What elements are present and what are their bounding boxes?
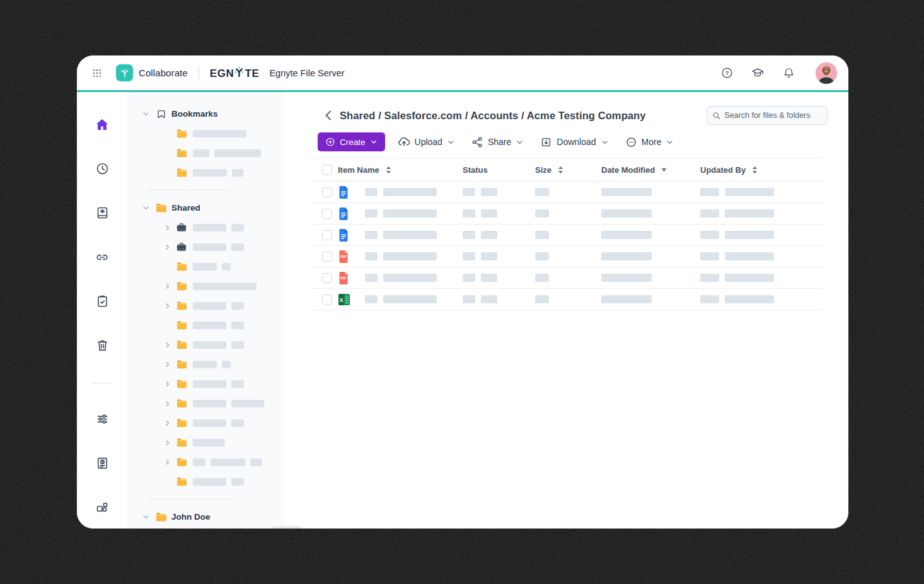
more-button[interactable]: More xyxy=(621,132,678,151)
skeleton-bar xyxy=(535,188,549,196)
table-row[interactable] xyxy=(311,203,824,225)
chevron-right-icon[interactable] xyxy=(163,458,173,467)
row-checkbox[interactable] xyxy=(322,187,332,197)
upload-button[interactable]: Upload xyxy=(394,132,459,151)
breadcrumb[interactable]: Shared / Salesforce.com / Accounts / Acm… xyxy=(340,110,646,122)
tree-item[interactable] xyxy=(127,354,284,374)
collaborate-badge-icon[interactable] xyxy=(116,64,133,81)
rail-item-trash[interactable] xyxy=(95,339,110,354)
more-label: More xyxy=(642,137,662,147)
folder-icon xyxy=(176,168,187,177)
rail-item-home[interactable] xyxy=(95,118,110,133)
excel-icon: X xyxy=(338,293,350,306)
chevron-right-icon[interactable] xyxy=(163,360,173,369)
skeleton-bar xyxy=(193,458,205,466)
chevron-right-icon[interactable] xyxy=(163,419,173,428)
chevron-right-icon[interactable] xyxy=(163,438,173,447)
tree-item[interactable] xyxy=(127,472,284,491)
chevron-right-icon[interactable] xyxy=(163,399,173,408)
chevron-right-icon[interactable] xyxy=(163,223,173,232)
tree-item[interactable] xyxy=(127,413,284,433)
sort-desc-icon[interactable] xyxy=(661,168,667,172)
chevron-right-icon[interactable] xyxy=(163,243,173,252)
chevron-right-icon[interactable] xyxy=(163,380,173,388)
chevron-down-icon[interactable] xyxy=(141,204,150,212)
row-checkbox[interactable] xyxy=(322,209,332,219)
column-label: Updated By xyxy=(700,165,746,175)
tree-item[interactable] xyxy=(127,143,284,163)
rail-item-tasks[interactable] xyxy=(95,295,110,310)
folder-icon xyxy=(176,399,187,408)
search-input[interactable] xyxy=(724,111,822,120)
tree-section-label: John Doe xyxy=(171,512,211,522)
chevron-right-icon[interactable] xyxy=(163,301,173,310)
graduation-cap-icon[interactable] xyxy=(751,66,765,80)
folder-icon xyxy=(176,359,187,369)
bell-icon[interactable] xyxy=(782,66,795,80)
app-launcher-icon[interactable] xyxy=(91,67,103,79)
tree-item[interactable] xyxy=(127,394,284,413)
column-size[interactable]: Size xyxy=(530,165,596,175)
tree-section-shared[interactable]: Shared xyxy=(127,198,284,218)
skeleton-bar xyxy=(535,231,549,239)
sort-both-icon[interactable] xyxy=(558,166,563,174)
download-button[interactable]: Download xyxy=(536,132,612,151)
sort-both-icon[interactable] xyxy=(386,166,391,174)
chevron-down-icon[interactable] xyxy=(141,513,150,521)
pdf-icon: PDF xyxy=(338,250,349,264)
skeleton-bar xyxy=(193,302,226,310)
tree-item[interactable] xyxy=(127,276,284,296)
back-chevron-icon[interactable] xyxy=(324,109,334,122)
tree-item[interactable] xyxy=(127,218,284,237)
help-icon[interactable]: ? xyxy=(720,66,734,80)
tree-item[interactable] xyxy=(127,315,284,335)
tree-section-user-folder[interactable]: John Doe xyxy=(127,507,284,527)
row-checkbox[interactable] xyxy=(322,295,332,305)
cell-updated-by xyxy=(695,252,824,260)
tree-section-bookmarks[interactable]: Bookmarks xyxy=(127,104,284,124)
user-avatar[interactable] xyxy=(816,62,837,84)
table-row[interactable] xyxy=(311,182,824,203)
rail-item-links[interactable] xyxy=(95,250,110,266)
rail-item-reports[interactable] xyxy=(95,457,110,472)
tree-item[interactable] xyxy=(127,296,284,315)
chevron-right-icon[interactable] xyxy=(163,341,173,349)
tree-item[interactable] xyxy=(127,237,284,257)
row-checkbox[interactable] xyxy=(322,230,332,240)
table-row[interactable]: PDF xyxy=(311,267,824,289)
create-button[interactable]: Create xyxy=(318,132,385,151)
rail-item-bookmarks-library[interactable] xyxy=(95,206,110,221)
rail-item-recents[interactable] xyxy=(95,162,110,177)
rail-item-settings[interactable] xyxy=(95,412,110,428)
link-icon xyxy=(95,250,110,267)
table-row[interactable] xyxy=(311,225,824,246)
tree-item[interactable] xyxy=(127,452,284,472)
tree-item[interactable] xyxy=(127,374,284,394)
table-row[interactable]: X xyxy=(311,289,824,310)
sort-both-icon[interactable] xyxy=(752,166,758,174)
cell-updated-by xyxy=(695,188,824,196)
tree-item[interactable] xyxy=(127,257,284,276)
download-icon xyxy=(540,136,552,148)
topbar-divider xyxy=(199,66,199,80)
chevron-down-icon[interactable] xyxy=(141,110,150,118)
share-button[interactable]: Share xyxy=(468,132,528,151)
tree-item[interactable] xyxy=(127,433,284,452)
skeleton-bar xyxy=(535,252,549,260)
table-row[interactable]: PDF xyxy=(311,246,824,267)
cell-item-name xyxy=(360,188,458,196)
row-checkbox[interactable] xyxy=(322,252,332,262)
skeleton-bar xyxy=(231,400,264,407)
scrollbar-thumb[interactable] xyxy=(272,526,301,529)
egnyte-y-mark xyxy=(234,67,244,78)
tree-item[interactable] xyxy=(127,163,284,182)
row-checkbox[interactable] xyxy=(322,273,332,283)
tree-item[interactable] xyxy=(127,335,284,354)
rail-item-apps[interactable] xyxy=(95,501,110,516)
column-item-name[interactable]: Item Name xyxy=(335,165,458,175)
column-date-modified[interactable]: Date Modified xyxy=(596,165,695,175)
column-updated-by[interactable]: Updated By xyxy=(695,165,824,175)
select-all-checkbox[interactable] xyxy=(322,165,332,175)
tree-item[interactable] xyxy=(127,124,284,143)
chevron-right-icon[interactable] xyxy=(163,282,173,291)
